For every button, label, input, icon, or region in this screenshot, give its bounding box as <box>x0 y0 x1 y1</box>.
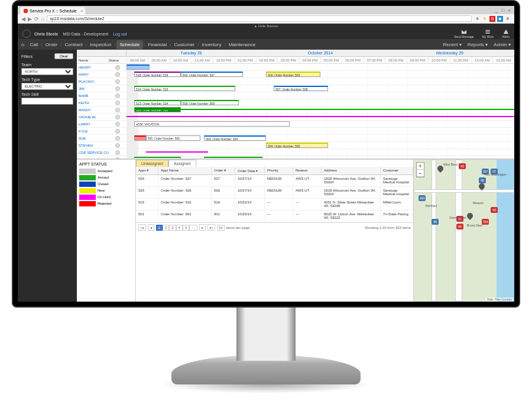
pager-page[interactable]: 4 <box>176 225 183 231</box>
col-priority[interactable]: Priority <box>265 167 293 174</box>
tech-name[interactable]: KYLE <box>77 128 109 134</box>
appointment-bar[interactable]: 506: Order Number: 507 <box>181 72 243 77</box>
pager-first[interactable]: |◂ <box>138 224 146 231</box>
schedule-track[interactable]: 514: Order Number: 515507: Order Number:… <box>126 85 514 92</box>
pager-page[interactable]: 2 <box>163 225 169 231</box>
tech-name[interactable]: PLACIDO <box>77 78 109 85</box>
tech-name[interactable]: JIM <box>77 85 109 92</box>
nav-forward-icon[interactable]: ▶ <box>28 16 32 22</box>
appointment-bar[interactable]: 513: Order Number: 514 <box>134 100 181 105</box>
nav-item-inventory[interactable]: Inventory <box>199 42 223 47</box>
nav-item-schedule[interactable]: Schedule <box>116 40 143 49</box>
hide-banner-toggle[interactable]: ▲ Hide Banner <box>18 24 514 28</box>
col-address[interactable]: Address <box>322 167 381 174</box>
tech-name[interactable]: KEITH <box>77 99 109 106</box>
col-appt[interactable]: Appt # <box>136 167 158 174</box>
appointment-bar[interactable]: ◂530: VACATION <box>134 121 289 127</box>
tech-name[interactable]: SUE <box>77 135 109 141</box>
zoom-in-button[interactable]: + <box>417 163 424 170</box>
table-row[interactable]: 501Order Number: 50150110/20/14------832… <box>136 211 413 222</box>
appointment-bar[interactable] <box>126 64 150 70</box>
appointment-bar[interactable]: 508: Order Number: 509 <box>181 100 239 105</box>
logout-link[interactable]: Log out <box>113 32 126 36</box>
window-minimize[interactable]: _ <box>495 8 498 13</box>
tech-name[interactable]: HENRY <box>77 64 109 70</box>
appointment-bar[interactable]: 509: Order Number: 510 <box>204 157 262 159</box>
appointment-bar[interactable] <box>134 109 514 110</box>
appointment-bar[interactable]: 503: Order Number: 504 <box>204 135 266 141</box>
send-message-button[interactable]: Send Message <box>454 29 473 38</box>
pager-page[interactable]: 5 <box>183 225 189 231</box>
tech-name[interactable]: RANDY <box>77 106 109 113</box>
schedule-track[interactable]: 510: Order Num505: Order Number: 506503:… <box>126 135 514 141</box>
appointment-bar[interactable]: 518: Order Number: 519 <box>134 72 181 77</box>
url-input[interactable]: sp10.msidata.com/Schedule2 <box>47 15 472 22</box>
schedule-track[interactable]: ◂530: VACATION <box>126 121 514 127</box>
browser-tab[interactable]: Service Pro X :: Schedule <box>20 7 85 14</box>
pager-page[interactable]: 1 <box>156 225 163 231</box>
appointment-bar[interactable]: 504: Order Number: 505 <box>266 143 328 148</box>
tech-name[interactable]: BARB <box>77 92 109 99</box>
schedule-track[interactable] <box>126 78 514 85</box>
appointment-bar[interactable] <box>126 116 514 117</box>
pager-per-page[interactable]: 10 <box>217 225 225 231</box>
appointment-bar[interactable]: 505: Order Number: 506 <box>146 135 200 141</box>
home-icon[interactable]: ⌂ <box>21 42 24 47</box>
tech-name[interactable]: LARRY <box>77 121 109 127</box>
tech-name[interactable]: RAY <box>77 156 109 159</box>
col-appt-name[interactable]: Appt Name <box>158 167 212 174</box>
nav-reload-icon[interactable]: ⟳ <box>34 16 39 22</box>
schedule-track[interactable] <box>126 92 514 99</box>
appointment-bar[interactable] <box>134 135 146 141</box>
tech-type-select[interactable]: ELECTRIC <box>21 83 73 90</box>
table-row[interactable]: 525Order Number: 52652610/27/14MEDIUMAWS… <box>136 187 413 199</box>
appointment-bar[interactable]: 502: Order Number: 503 <box>266 72 320 77</box>
table-row[interactable]: 526Order Number: 52752710/27/14MEDIUMAWS… <box>136 175 413 187</box>
map[interactable]: + − 41434545571641674394794 West BendPor… <box>414 160 514 302</box>
table-row[interactable]: 515Order Number: 51651610/22/14------425… <box>136 199 413 211</box>
pager-page[interactable]: 3 <box>169 225 176 231</box>
nav-item-order[interactable]: Order <box>43 42 60 47</box>
admin-menu[interactable]: Admin ▾ <box>494 42 511 47</box>
schedule-track[interactable]: 513: Order Number: 514508: Order Number:… <box>126 99 514 106</box>
ext-icon-1[interactable]: S <box>489 16 495 22</box>
schedule-grid[interactable]: HENRYMARY518: Order Number: 519506: Orde… <box>77 64 514 159</box>
schedule-track[interactable] <box>126 114 514 120</box>
nav-item-customer[interactable]: Customer <box>172 42 197 47</box>
nav-item-maintenance[interactable]: Maintenance <box>226 42 258 47</box>
team-select[interactable]: NORTH <box>21 68 73 75</box>
my-work-button[interactable]: My Work <box>482 29 494 38</box>
recent-menu[interactable]: Recent ▾ <box>443 42 462 47</box>
window-close[interactable]: × <box>508 8 511 13</box>
alerts-button[interactable]: Alerts <box>502 29 510 38</box>
nav-item-contract[interactable]: Contract <box>63 42 85 47</box>
rss-icon[interactable]: ≡ <box>482 16 488 22</box>
tab-unassigned[interactable]: Unassigned <box>136 160 168 167</box>
tech-name[interactable]: CDE SERVICE CO <box>77 149 109 156</box>
pager-page[interactable]: … <box>189 225 197 231</box>
col-customer[interactable]: Customer <box>381 167 413 174</box>
tech-skill-input[interactable] <box>21 98 73 105</box>
pager-last[interactable]: ▸| <box>207 224 215 231</box>
nav-item-call[interactable]: Call <box>28 42 41 47</box>
schedule-track[interactable]: 518: Order Number: 519506: Order Number:… <box>126 71 514 77</box>
appointment-bar[interactable]: 514: Order Number: 515 <box>134 86 235 91</box>
tech-name[interactable]: MARY <box>77 71 109 77</box>
ext-icon-2[interactable]: ■ <box>497 16 503 22</box>
appointment-bar[interactable]: 511: Order Number: 512 <box>134 157 181 159</box>
menu-icon[interactable]: ≡ <box>505 16 511 22</box>
schedule-track[interactable] <box>126 128 514 134</box>
nav-back-icon[interactable]: ◀ <box>21 16 25 22</box>
schedule-track[interactable]: 512: Order Number: 513 <box>126 106 514 113</box>
schedule-track[interactable]: 511: Order Number: 512509: Order Number:… <box>126 156 514 159</box>
pager-prev[interactable]: ◂ <box>148 224 154 231</box>
appointment-bar[interactable]: 507: Order Number: 508 <box>274 86 328 91</box>
tech-name[interactable]: CRANE #1 <box>77 114 109 120</box>
zoom-out-button[interactable]: − <box>417 170 424 177</box>
col-reason[interactable]: Reason <box>293 167 322 174</box>
clear-button[interactable]: Clear <box>54 53 73 59</box>
col-date[interactable]: Order Date ▾ <box>235 167 265 174</box>
tab-assigned[interactable]: Assigned <box>168 160 196 167</box>
appointment-bar[interactable] <box>146 151 208 153</box>
nav-item-inspection[interactable]: Inspection <box>87 42 113 47</box>
